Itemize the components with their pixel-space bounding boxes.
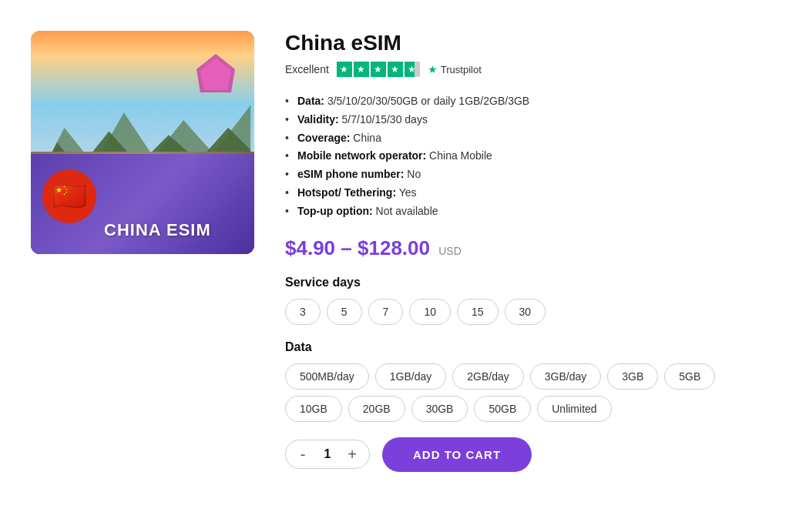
trustpilot-logo: ★ Trustpilot bbox=[428, 63, 482, 75]
spec-phone-number: eSIM phone number: No bbox=[285, 166, 758, 184]
specs-list: Data: 3/5/10/20/30/50GB or daily 1GB/2GB… bbox=[285, 92, 758, 221]
product-page: 🇨🇳 CHINA ESIM China eSIM Excellent ★ ★ ★… bbox=[15, 15, 774, 487]
service-day-7[interactable]: 7 bbox=[368, 299, 404, 325]
data-1gb[interactable]: 1GB/day bbox=[375, 363, 446, 390]
star-rating: ★ ★ ★ ★ ★ bbox=[337, 62, 420, 77]
service-day-5[interactable]: 5 bbox=[327, 299, 362, 325]
quantity-minus-button[interactable]: - bbox=[290, 442, 315, 467]
star-5-half: ★ bbox=[405, 62, 420, 77]
data-2gb[interactable]: 2GB/day bbox=[452, 363, 523, 390]
data-20gb[interactable]: 20GB bbox=[348, 396, 405, 422]
data-3gb-day[interactable]: 3GB/day bbox=[530, 363, 601, 390]
star-2: ★ bbox=[354, 62, 369, 77]
service-day-15[interactable]: 15 bbox=[457, 299, 499, 325]
trustpilot-logo-text: Trustpilot bbox=[441, 64, 482, 75]
data-500mb[interactable]: 500MB/day bbox=[285, 363, 369, 390]
trustpilot-star-icon: ★ bbox=[428, 63, 438, 75]
product-title: China eSIM bbox=[285, 31, 758, 55]
data-3gb[interactable]: 3GB bbox=[607, 363, 658, 390]
price-to: $128.00 bbox=[358, 236, 430, 259]
star-3: ★ bbox=[371, 62, 386, 77]
data-options: 500MB/day 1GB/day 2GB/day 3GB/day 3GB 5G… bbox=[285, 363, 758, 422]
product-image-wrap: 🇨🇳 CHINA ESIM bbox=[31, 31, 254, 472]
data-label: Data bbox=[285, 340, 758, 354]
quantity-plus-button[interactable]: + bbox=[340, 442, 364, 467]
price-currency: USD bbox=[438, 245, 462, 257]
spec-operator: Mobile network operator: China Mobile bbox=[285, 147, 758, 166]
deco-shape bbox=[193, 54, 239, 100]
quantity-value: 1 bbox=[315, 447, 340, 461]
trustpilot-row: Excellent ★ ★ ★ ★ ★ ★ Trustpilot bbox=[285, 62, 758, 77]
service-day-10[interactable]: 10 bbox=[409, 299, 451, 325]
add-to-cart-button[interactable]: ADD TO CART bbox=[382, 437, 532, 472]
quantity-control: - 1 + bbox=[285, 440, 370, 469]
data-10gb[interactable]: 10GB bbox=[285, 396, 342, 422]
image-label: CHINA ESIM bbox=[104, 220, 247, 240]
service-days-options: 3 5 7 10 15 30 bbox=[285, 299, 758, 325]
add-to-cart-row: - 1 + ADD TO CART bbox=[285, 437, 758, 472]
price-dash: – bbox=[341, 236, 358, 259]
data-unlimited[interactable]: Unlimited bbox=[537, 396, 611, 422]
service-day-30[interactable]: 30 bbox=[505, 299, 546, 325]
product-image: 🇨🇳 CHINA ESIM bbox=[31, 31, 254, 254]
star-4: ★ bbox=[388, 62, 403, 77]
star-1: ★ bbox=[337, 62, 352, 77]
data-50gb[interactable]: 50GB bbox=[474, 396, 531, 422]
service-day-3[interactable]: 3 bbox=[285, 299, 321, 325]
price-display: $4.90 – $128.00 USD bbox=[285, 236, 758, 260]
spec-hotspot: Hotspot/ Tethering: Yes bbox=[285, 184, 758, 202]
service-days-label: Service days bbox=[285, 276, 758, 289]
product-details: China eSIM Excellent ★ ★ ★ ★ ★ ★ Trustpi… bbox=[285, 31, 758, 472]
trustpilot-label: Excellent bbox=[285, 63, 329, 75]
spec-topup: Top-up option: Not available bbox=[285, 202, 758, 221]
flag-circle: 🇨🇳 bbox=[42, 169, 96, 223]
spec-coverage: Coverage: China bbox=[285, 129, 758, 148]
spec-data: Data: 3/5/10/20/30/50GB or daily 1GB/2GB… bbox=[285, 92, 758, 111]
data-5gb[interactable]: 5GB bbox=[664, 363, 715, 390]
spec-validity: Validity: 5/7/10/15/30 days bbox=[285, 111, 758, 129]
price-from: $4.90 bbox=[285, 236, 335, 259]
data-30gb[interactable]: 30GB bbox=[411, 396, 468, 422]
